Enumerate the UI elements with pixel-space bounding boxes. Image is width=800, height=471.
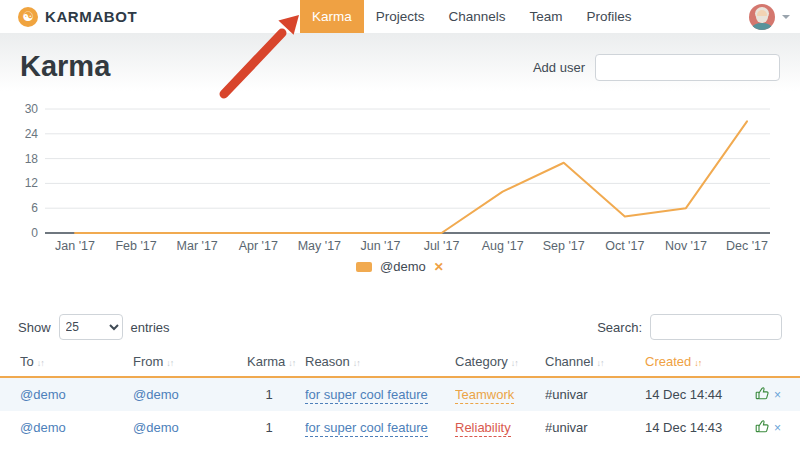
to-user-link[interactable]: @demo [20, 420, 66, 435]
table-row: @demo@demo1for super cool featureTeamwor… [0, 377, 800, 411]
cell-channel: #univar [545, 377, 645, 411]
svg-text:Oct '17: Oct '17 [605, 239, 644, 253]
table-row: @demo@demo1for super cool featureReliabi… [0, 411, 800, 444]
cell-karma: 1 [247, 411, 305, 444]
reason-link[interactable]: for super cool feature [305, 387, 428, 404]
dismiss-icon[interactable]: × [774, 388, 781, 402]
svg-text:May '17: May '17 [298, 239, 341, 253]
svg-text:6: 6 [31, 201, 38, 215]
from-user-link[interactable]: @demo [133, 387, 179, 402]
column-header-reason[interactable]: Reason↓↑ [305, 350, 455, 377]
cell-to: @demo [0, 411, 133, 444]
column-header-created[interactable]: Created↓↑ [645, 350, 755, 377]
avatar-beard [756, 16, 768, 23]
column-header-from[interactable]: From↓↑ [133, 350, 247, 377]
cell-karma: 1 [247, 377, 305, 411]
tab-karma[interactable]: Karma [300, 0, 364, 33]
sort-icon[interactable]: ↓↑ [288, 358, 295, 368]
cell-category: Teamwork [455, 377, 545, 411]
karma-chart: 0612182430Jan '17Feb '17Mar '17Apr '17Ma… [0, 97, 800, 274]
avatar[interactable] [749, 4, 775, 30]
svg-text:Jan '17: Jan '17 [55, 239, 95, 253]
cell-reason: for super cool feature [305, 377, 455, 411]
cell-reason: for super cool feature [305, 411, 455, 444]
add-user-input[interactable] [595, 54, 780, 81]
sort-icon[interactable]: ↓↑ [596, 358, 603, 368]
column-header-category[interactable]: Category↓↑ [455, 350, 545, 377]
sort-icon[interactable]: ↓↑ [37, 358, 44, 368]
tab-channels[interactable]: Channels [437, 0, 518, 33]
brand-name: KARMABOT [45, 8, 137, 25]
add-user-label: Add user [533, 60, 585, 75]
reason-link[interactable]: for super cool feature [305, 420, 428, 437]
entries-label: entries [131, 320, 170, 335]
svg-text:Apr '17: Apr '17 [239, 239, 278, 253]
svg-text:Aug '17: Aug '17 [482, 239, 524, 253]
svg-text:Jun '17: Jun '17 [360, 239, 400, 253]
svg-text:Jul '17: Jul '17 [424, 239, 460, 253]
page-title: Karma [20, 50, 110, 83]
search-label: Search: [597, 320, 642, 335]
column-header-actions [755, 350, 800, 377]
category-link[interactable]: Reliability [455, 420, 511, 437]
thumbs-up-icon[interactable] [755, 386, 770, 403]
cell-to: @demo [0, 377, 133, 411]
line-chart: 0612182430Jan '17Feb '17Mar '17Apr '17Ma… [0, 97, 800, 255]
tab-projects[interactable]: Projects [364, 0, 437, 33]
cell-created: 14 Dec 14:44 [645, 377, 755, 411]
cell-from: @demo [133, 377, 247, 411]
top-navbar: ☯ KARMABOT KarmaProjectsChannelsTeamProf… [0, 0, 800, 33]
legend-remove-icon[interactable]: ✕ [434, 260, 444, 274]
cell-created: 14 Dec 14:43 [645, 411, 755, 444]
svg-text:24: 24 [25, 127, 39, 141]
svg-text:Mar '17: Mar '17 [177, 239, 218, 253]
cell-category: Reliability [455, 411, 545, 444]
cell-actions: × [755, 411, 800, 444]
svg-text:Feb '17: Feb '17 [115, 239, 156, 253]
show-label: Show [18, 320, 51, 335]
search-input[interactable] [650, 314, 782, 340]
from-user-link[interactable]: @demo [133, 420, 179, 435]
tab-profiles[interactable]: Profiles [575, 0, 644, 33]
svg-text:0: 0 [31, 226, 38, 240]
table-header-row: To↓↑From↓↑Karma↓↑Reason↓↑Category↓↑Chann… [0, 350, 800, 377]
brand[interactable]: ☯ KARMABOT [18, 7, 137, 27]
chevron-down-icon[interactable] [782, 15, 790, 19]
sort-icon[interactable]: ↓↑ [511, 358, 518, 368]
legend-label: @demo [380, 259, 426, 274]
nav-user-menu[interactable] [749, 4, 790, 30]
column-header-channel[interactable]: Channel↓↑ [545, 350, 645, 377]
nav-tabs: KarmaProjectsChannelsTeamProfiles [300, 0, 644, 33]
cell-from: @demo [133, 411, 247, 444]
sort-icon[interactable]: ↓↑ [353, 358, 360, 368]
svg-text:Dec '17: Dec '17 [726, 239, 768, 253]
sort-icon[interactable]: ↓↑ [694, 358, 701, 368]
category-link[interactable]: Teamwork [455, 387, 514, 404]
sort-icon[interactable]: ↓↑ [166, 358, 173, 368]
cell-actions: × [755, 377, 800, 411]
to-user-link[interactable]: @demo [20, 387, 66, 402]
svg-text:Nov '17: Nov '17 [665, 239, 707, 253]
legend-swatch [356, 262, 372, 272]
svg-text:12: 12 [25, 176, 39, 190]
karma-table: To↓↑From↓↑Karma↓↑Reason↓↑Category↓↑Chann… [0, 350, 800, 444]
column-header-to[interactable]: To↓↑ [0, 350, 133, 377]
svg-text:18: 18 [25, 152, 39, 166]
chart-legend: @demo ✕ [0, 259, 800, 274]
page-size-select[interactable]: 25 [59, 314, 123, 340]
cell-channel: #univar [545, 411, 645, 444]
svg-text:30: 30 [25, 102, 39, 116]
column-header-karma[interactable]: Karma↓↑ [247, 350, 305, 377]
dismiss-icon[interactable]: × [774, 421, 781, 435]
avatar-body [752, 23, 772, 30]
thumbs-up-icon[interactable] [755, 419, 770, 436]
tab-team[interactable]: Team [518, 0, 575, 33]
svg-text:Sep '17: Sep '17 [543, 239, 585, 253]
karmabot-logo-icon: ☯ [18, 7, 38, 27]
